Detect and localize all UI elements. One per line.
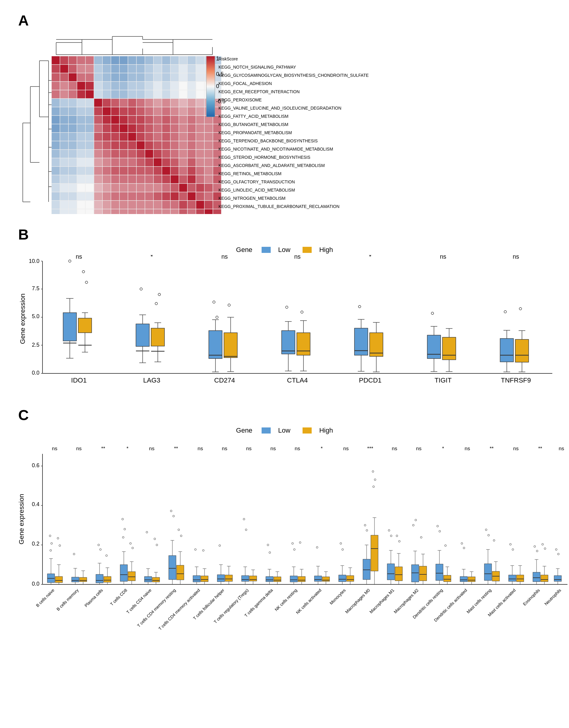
- svg-point-801: [437, 525, 438, 527]
- svg-rect-350: [196, 184, 204, 192]
- svg-rect-402: [128, 209, 136, 214]
- svg-rect-322: [128, 175, 136, 183]
- svg-text:TIGIT: TIGIT: [434, 376, 451, 384]
- svg-point-553: [504, 311, 506, 313]
- svg-point-580: [51, 543, 53, 544]
- svg-rect-238: [94, 141, 102, 149]
- svg-rect-262: [128, 150, 136, 158]
- svg-text:ns: ns: [271, 446, 276, 451]
- svg-text:Macrophages M1: Macrophages M1: [368, 588, 395, 614]
- svg-rect-78: [94, 73, 102, 81]
- svg-rect-204: [145, 124, 153, 132]
- svg-rect-355: [69, 192, 77, 200]
- svg-rect-378: [94, 201, 102, 209]
- svg-rect-235: [69, 141, 77, 149]
- svg-text:KEGG_NOTCH_SIGNALING_PATHWAY: KEGG_NOTCH_SIGNALING_PATHWAY: [219, 65, 296, 70]
- svg-text:-0.5: -0.5: [216, 98, 226, 104]
- svg-rect-69: [188, 65, 196, 73]
- svg-rect-122: [128, 90, 136, 98]
- svg-rect-667: [201, 576, 208, 582]
- svg-point-871: [557, 553, 559, 555]
- svg-point-456: [69, 260, 71, 262]
- svg-rect-294: [60, 167, 68, 175]
- svg-rect-81: [120, 73, 128, 81]
- svg-rect-532: [427, 335, 441, 359]
- svg-rect-222: [128, 133, 136, 141]
- svg-rect-285: [154, 158, 162, 166]
- svg-rect-156: [77, 107, 85, 115]
- svg-rect-60: [111, 65, 119, 73]
- svg-rect-351: [205, 184, 213, 192]
- svg-rect-102: [128, 82, 136, 90]
- svg-rect-253: [52, 150, 60, 158]
- svg-rect-517: [354, 328, 368, 355]
- svg-point-623: [122, 536, 124, 538]
- svg-point-692: [245, 529, 247, 531]
- svg-rect-324: [145, 175, 153, 183]
- svg-rect-850: [533, 572, 540, 582]
- svg-rect-89: [188, 73, 196, 81]
- svg-point-787: [412, 524, 414, 526]
- svg-rect-326: [162, 175, 170, 183]
- svg-point-622: [124, 528, 126, 530]
- svg-rect-257: [86, 150, 94, 158]
- svg-rect-165: [154, 107, 162, 115]
- svg-point-658: [178, 529, 180, 531]
- svg-rect-291: [205, 158, 213, 166]
- svg-rect-286: [162, 158, 170, 166]
- svg-text:CD274: CD274: [214, 376, 235, 384]
- svg-text:KEGG_ECM_RECEPTOR_INTERACTION: KEGG_ECM_RECEPTOR_INTERACTION: [219, 89, 299, 94]
- svg-point-491: [216, 316, 218, 318]
- svg-rect-295: [69, 167, 77, 175]
- svg-text:Mast cells resting: Mast cells resting: [465, 588, 492, 614]
- svg-rect-101: [120, 82, 128, 90]
- svg-rect-208: [179, 124, 187, 132]
- svg-rect-407: [171, 209, 179, 214]
- svg-text:ns: ns: [513, 446, 519, 451]
- svg-point-643: [154, 538, 156, 540]
- svg-text:ns: ns: [222, 446, 227, 451]
- svg-rect-221: [120, 133, 128, 141]
- svg-rect-751: [363, 559, 370, 580]
- svg-point-756: [364, 524, 366, 526]
- svg-rect-467: [136, 324, 149, 346]
- svg-text:KEGG_BUTANOATE_METABOLISM: KEGG_BUTANOATE_METABOLISM: [219, 122, 288, 127]
- svg-rect-183: [137, 116, 145, 124]
- svg-rect-119: [103, 90, 111, 98]
- svg-text:B cells memory: B cells memory: [56, 588, 80, 612]
- svg-rect-304: [145, 167, 153, 175]
- svg-rect-325: [154, 175, 162, 183]
- svg-rect-241: [120, 141, 128, 149]
- svg-rect-398: [94, 209, 102, 214]
- svg-text:ns: ns: [198, 446, 203, 451]
- svg-rect-49: [188, 56, 196, 64]
- svg-point-842: [509, 543, 511, 545]
- svg-rect-492: [224, 333, 237, 358]
- svg-rect-254: [60, 150, 68, 158]
- svg-rect-280: [111, 158, 119, 166]
- svg-rect-674: [217, 575, 225, 582]
- svg-rect-115: [69, 90, 77, 98]
- svg-rect-333: [52, 184, 60, 192]
- svg-point-773: [390, 535, 392, 537]
- svg-rect-196: [77, 124, 85, 132]
- svg-point-815: [461, 543, 463, 544]
- svg-rect-290: [196, 158, 204, 166]
- svg-rect-83: [137, 73, 145, 81]
- svg-rect-680: [225, 575, 233, 581]
- svg-rect-283: [137, 158, 145, 166]
- svg-rect-39: [103, 56, 111, 64]
- svg-rect-313: [52, 175, 60, 183]
- svg-rect-46: [162, 56, 170, 64]
- svg-rect-309: [188, 167, 196, 175]
- svg-point-816: [463, 547, 465, 549]
- svg-text:T cells CD4 naive: T cells CD4 naive: [125, 588, 152, 615]
- svg-rect-218: [94, 133, 102, 141]
- svg-rect-383: [137, 201, 145, 209]
- svg-rect-37: [86, 56, 94, 64]
- svg-rect-96: [77, 82, 85, 90]
- svg-rect-103: [137, 82, 145, 90]
- svg-rect-277: [86, 158, 94, 166]
- panel-c-plot: Gene expression 0.0 0.2 0.4 0.6 ns: [18, 436, 569, 642]
- svg-rect-138: [94, 99, 102, 107]
